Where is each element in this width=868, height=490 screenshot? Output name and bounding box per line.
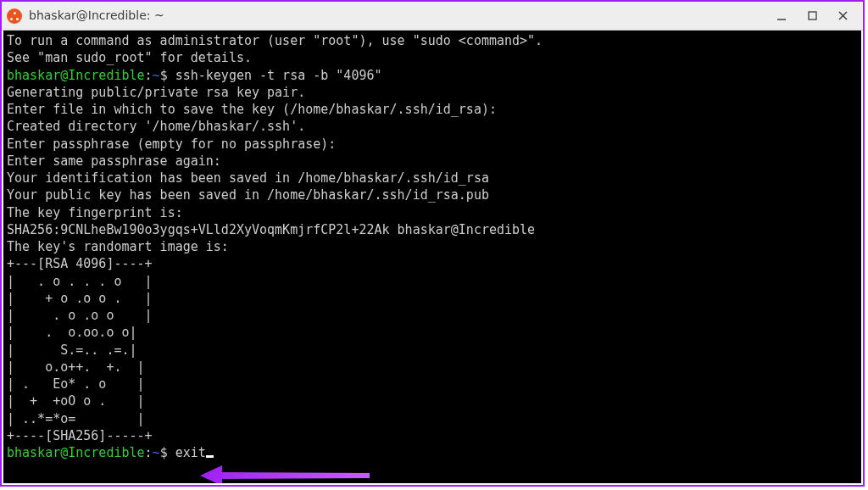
prompt-user: bhaskar@Incredible <box>7 68 145 83</box>
annotation-arrow-icon <box>200 463 370 483</box>
window-title: bhaskar@Incredible: ~ <box>29 8 164 24</box>
text-cursor <box>206 455 214 458</box>
close-button[interactable] <box>827 4 858 28</box>
titlebar: bhaskar@Incredible: ~ <box>2 2 863 31</box>
terminal-line: bhaskar@Incredible:~$ exit <box>7 444 858 461</box>
terminal-line: The key fingerprint is: <box>7 204 858 221</box>
terminal-line: The key's randomart image is: <box>7 238 858 255</box>
terminal-line: | + o .o o . | <box>7 290 858 307</box>
terminal-line: Enter same passphrase again: <box>7 153 858 170</box>
terminal-viewport[interactable]: To run a command as administrator (user … <box>3 31 861 483</box>
terminal-line: | ..*=*o= | <box>7 410 858 427</box>
ubuntu-icon <box>7 8 22 24</box>
terminal-line: To run a command as administrator (user … <box>7 32 858 49</box>
terminal-line: | . o . . . o | <box>7 273 858 290</box>
terminal-line: Your identification has been saved in /h… <box>7 170 858 187</box>
terminal-line: SHA256:9CNLheBw190o3ygqs+VLld2XyVoqmKmjr… <box>7 221 858 238</box>
terminal-line: | . o.oo.o o| <box>7 324 858 341</box>
window-frame: bhaskar@Incredible: ~ To run a command a… <box>0 0 865 487</box>
terminal-line: | . Eo* . o | <box>7 376 858 393</box>
maximize-button[interactable] <box>797 4 827 28</box>
terminal-line: Generating public/private rsa key pair. <box>7 84 858 101</box>
prompt-separator: : <box>145 68 153 83</box>
terminal-line: +---[RSA 4096]----+ <box>7 255 858 272</box>
terminal-line: bhaskar@Incredible:~$ ssh-keygen -t rsa … <box>7 67 858 84</box>
prompt-path: ~ <box>153 445 160 460</box>
terminal-line: Enter passphrase (empty for no passphras… <box>7 136 858 153</box>
terminal-line: | . o .o o | <box>7 307 858 324</box>
prompt-sigil: $ <box>160 445 168 460</box>
terminal-line: | S.=.. .=.| <box>7 342 858 359</box>
command-text: exit <box>168 445 206 460</box>
prompt-separator: : <box>145 445 153 460</box>
prompt-path: ~ <box>153 68 160 83</box>
svg-marker-4 <box>200 465 370 483</box>
terminal-line: Enter file in which to save the key (/ho… <box>7 101 858 118</box>
minimize-button[interactable] <box>766 4 797 28</box>
prompt-sigil: $ <box>160 68 168 83</box>
svg-rect-1 <box>809 12 816 19</box>
terminal-line: Created directory '/home/bhaskar/.ssh'. <box>7 118 858 135</box>
terminal-line: See "man sudo_root" for details. <box>7 49 858 66</box>
terminal-line: | + +oO o . | <box>7 393 858 409</box>
terminal-line: +----[SHA256]-----+ <box>7 427 858 444</box>
terminal-line: Your public key has been saved in /home/… <box>7 187 858 203</box>
prompt-user: bhaskar@Incredible <box>7 445 145 460</box>
terminal-line: | o.o++. +. | <box>7 359 858 376</box>
command-text: ssh-keygen -t rsa -b "4096" <box>168 68 382 83</box>
